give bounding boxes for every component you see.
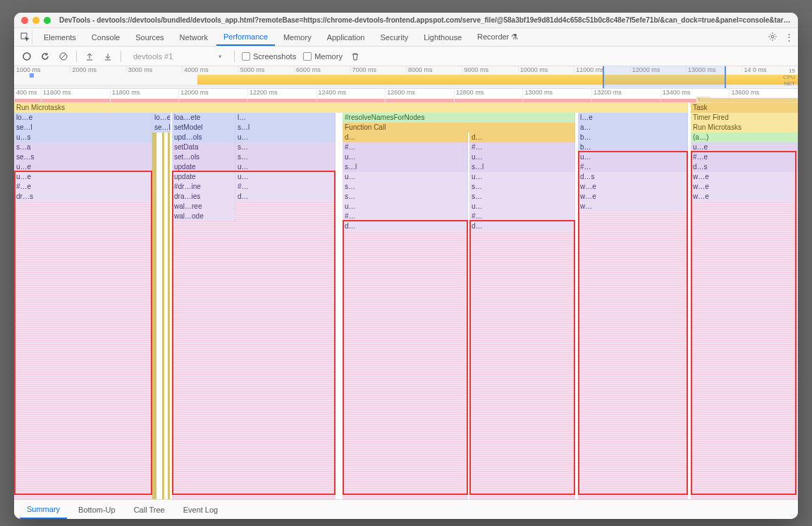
flame-bar[interactable]: b… — [578, 142, 688, 152]
clear-icon[interactable] — [58, 51, 69, 62]
flame-bar[interactable]: update — [172, 162, 235, 172]
flame-bar[interactable]: (a…) — [691, 133, 798, 142]
flame-bar[interactable]: se…l — [14, 123, 152, 133]
flame-bar[interactable]: u… — [469, 152, 575, 162]
flame-bar[interactable]: lo…e — [152, 113, 171, 123]
tab-lighthouse[interactable]: Lighthouse — [417, 28, 469, 46]
flame-bar[interactable]: u… — [469, 202, 575, 212]
flame-bar[interactable]: update — [172, 172, 235, 182]
flame-bar[interactable]: l…e — [578, 113, 688, 123]
minimize-icon[interactable] — [32, 17, 39, 24]
tab-application[interactable]: Application — [320, 28, 372, 46]
flame-bar[interactable]: l… — [235, 113, 336, 123]
flame-bar[interactable]: #resolveNamesForNodes — [343, 113, 575, 123]
record-icon[interactable] — [21, 51, 32, 62]
inspect-element-icon[interactable] — [18, 30, 32, 44]
tab-security[interactable]: Security — [373, 28, 415, 46]
flame-bar[interactable]: w…e — [578, 182, 688, 192]
flame-bar[interactable]: Task — [691, 103, 798, 113]
flame-bar[interactable]: se…s — [14, 152, 152, 162]
flame-bar[interactable]: u… — [469, 172, 575, 182]
flame-bar[interactable]: setModel — [172, 123, 235, 133]
flame-bar[interactable]: #… — [343, 142, 468, 152]
flame-bar[interactable]: u… — [235, 172, 336, 182]
flame-bar[interactable]: Function Call — [343, 123, 575, 133]
flame-bar[interactable]: se…l — [152, 123, 171, 133]
flame-bar[interactable]: w…e — [691, 182, 798, 192]
flame-bar[interactable]: wal…ode — [172, 212, 235, 221]
flame-bar[interactable]: upd…ols — [172, 133, 235, 142]
download-icon[interactable] — [102, 51, 113, 62]
trash-icon[interactable] — [350, 51, 361, 62]
flame-bar[interactable]: s…l — [343, 162, 468, 172]
flame-bar[interactable]: #… — [469, 142, 575, 152]
flame-bar[interactable]: w… — [578, 202, 688, 212]
flame-bar[interactable]: d… — [469, 133, 575, 142]
flame-bar[interactable]: #… — [235, 182, 336, 192]
flame-bar[interactable]: Run Microtasks — [691, 123, 798, 133]
flame-bar[interactable]: set…ols — [172, 152, 235, 162]
flame-bar[interactable]: a… — [578, 123, 688, 133]
tab-console[interactable]: Console — [85, 28, 127, 46]
close-icon[interactable] — [21, 17, 28, 24]
flame-bar[interactable]: s…l — [235, 123, 336, 133]
reload-record-icon[interactable] — [39, 51, 51, 62]
flame-bar[interactable]: w…e — [691, 192, 798, 202]
tab-recorder[interactable]: Recorder ⚗ — [470, 28, 525, 46]
flame-bar[interactable]: s… — [235, 152, 336, 162]
flame-bar[interactable]: setData — [172, 142, 235, 152]
flame-bar[interactable]: #… — [343, 212, 468, 221]
flame-bar[interactable]: s…a — [14, 142, 152, 152]
tab-performance[interactable]: Performance — [216, 28, 275, 46]
flame-bar[interactable]: loa…ete — [172, 113, 235, 123]
profile-select[interactable]: devtools #1 ▾ — [128, 50, 227, 63]
screenshots-checkbox[interactable]: Screenshots — [242, 52, 296, 61]
flame-bar[interactable]: #dr…ine — [172, 182, 235, 192]
tab-summary[interactable]: Summary — [20, 500, 67, 519]
flame-ruler[interactable]: 400 ms 11600 ms 11800 ms 12000 ms 12200 … — [14, 89, 798, 103]
flame-bar[interactable]: u… — [235, 133, 336, 142]
flame-bar[interactable]: w…e — [691, 172, 798, 182]
tab-memory[interactable]: Memory — [276, 28, 319, 46]
flame-bar[interactable]: u… — [343, 152, 468, 162]
flame-bar[interactable]: u… — [343, 172, 468, 182]
flame-bar[interactable]: Run Microtasks — [14, 103, 688, 113]
flame-bar[interactable]: u…e — [14, 162, 152, 172]
flame-bar[interactable]: u… — [578, 152, 688, 162]
flame-bar[interactable]: d… — [343, 133, 468, 142]
overview-selection[interactable] — [603, 66, 726, 88]
flame-bar[interactable]: u… — [235, 162, 336, 172]
flame-bar[interactable]: s…l — [469, 162, 575, 172]
tab-event-log[interactable]: Event Log — [176, 500, 226, 519]
flame-bar[interactable]: u…e — [14, 172, 152, 182]
flame-bar[interactable]: dr…s — [14, 192, 152, 202]
flame-bar[interactable]: dra…ies — [172, 192, 235, 202]
flame-bar[interactable]: s… — [469, 192, 575, 202]
memory-checkbox[interactable]: Memory — [303, 52, 343, 61]
flame-bar[interactable]: u…s — [14, 133, 152, 142]
tab-elements[interactable]: Elements — [37, 28, 83, 46]
flame-bar[interactable]: d…s — [691, 162, 798, 172]
upload-icon[interactable] — [84, 51, 95, 62]
flame-bar[interactable]: #… — [578, 162, 688, 172]
tab-call-tree[interactable]: Call Tree — [127, 500, 172, 519]
flame-bar[interactable]: #…e — [691, 152, 798, 162]
flame-bar[interactable]: u…e — [691, 142, 798, 152]
tab-network[interactable]: Network — [173, 28, 215, 46]
flame-bar[interactable]: wal…ree — [172, 202, 235, 212]
flame-bar[interactable]: s… — [235, 142, 336, 152]
tab-bottom-up[interactable]: Bottom-Up — [71, 500, 123, 519]
settings-gear-icon[interactable] — [768, 32, 777, 43]
flame-bar[interactable]: s… — [343, 192, 468, 202]
flame-bar[interactable]: Timer Fired — [691, 113, 798, 123]
flame-bar[interactable]: d… — [469, 221, 575, 231]
flame-bar[interactable]: d… — [343, 221, 468, 231]
flame-chart[interactable]: Run Microtasks Task lo…e lo…e loa…ete l…… — [14, 103, 798, 499]
flame-bar[interactable]: s… — [469, 182, 575, 192]
flame-bar[interactable]: w…e — [578, 192, 688, 202]
flame-bar[interactable]: lo…e — [14, 113, 152, 123]
flame-bar[interactable]: d… — [235, 192, 336, 202]
flame-bar[interactable]: #…e — [14, 182, 152, 192]
flame-bar[interactable]: #… — [469, 212, 575, 221]
zoom-icon[interactable] — [44, 17, 51, 24]
